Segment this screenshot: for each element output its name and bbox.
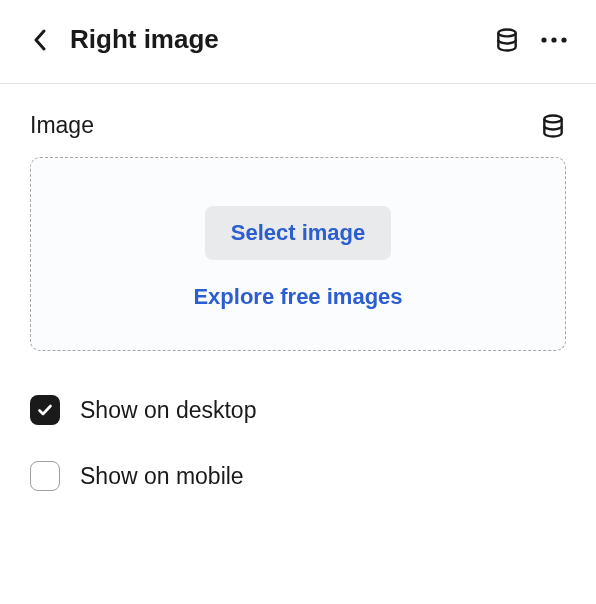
show-on-desktop-label: Show on desktop	[80, 397, 256, 424]
database-icon	[540, 113, 566, 139]
more-options-button[interactable]	[540, 36, 568, 44]
select-image-button[interactable]: Select image	[205, 206, 392, 260]
show-on-mobile-checkbox[interactable]	[30, 461, 60, 491]
show-on-mobile-label: Show on mobile	[80, 463, 244, 490]
show-on-desktop-option: Show on desktop	[30, 395, 566, 425]
header-right-group	[494, 27, 568, 53]
image-dynamic-source-button[interactable]	[540, 113, 566, 139]
image-section-header: Image	[30, 112, 566, 139]
panel-header: Right image	[0, 0, 596, 84]
panel-title: Right image	[70, 24, 219, 55]
show-on-desktop-checkbox[interactable]	[30, 395, 60, 425]
svg-point-2	[551, 37, 556, 42]
database-button[interactable]	[494, 27, 520, 53]
svg-point-0	[498, 29, 515, 36]
check-icon	[36, 401, 54, 419]
header-left-group: Right image	[28, 24, 219, 55]
svg-point-4	[544, 115, 561, 122]
chevron-left-icon	[33, 29, 47, 51]
show-on-mobile-option: Show on mobile	[30, 461, 566, 491]
image-section-label: Image	[30, 112, 94, 139]
more-horizontal-icon	[540, 36, 568, 44]
back-button[interactable]	[28, 28, 52, 52]
svg-point-1	[541, 37, 546, 42]
svg-point-3	[561, 37, 566, 42]
database-icon	[494, 27, 520, 53]
image-dropzone[interactable]: Select image Explore free images	[30, 157, 566, 351]
explore-free-images-link[interactable]: Explore free images	[193, 284, 402, 310]
panel-content: Image Select image Explore free images S…	[0, 84, 596, 555]
